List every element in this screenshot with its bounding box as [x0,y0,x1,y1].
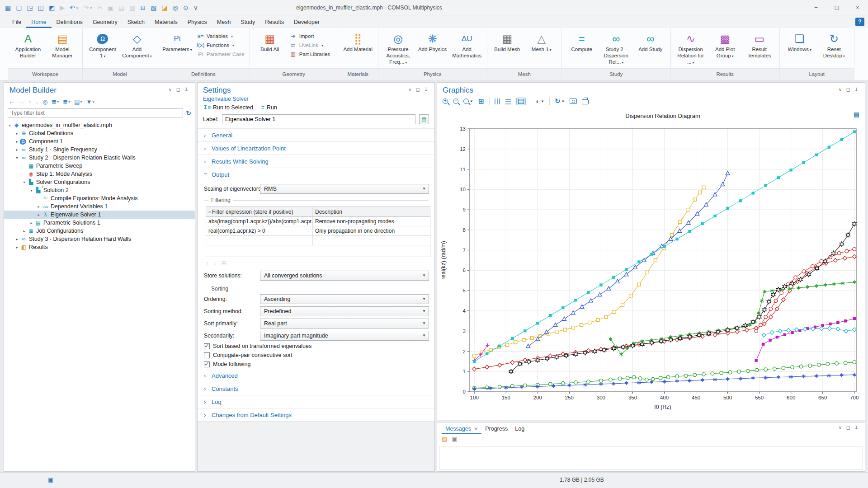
expander-closed-icon[interactable]: ▸ [36,205,42,209]
qat-new-file-button[interactable]: ▢ [14,2,24,14]
expander-open-icon[interactable]: ▾ [7,123,13,127]
ribbon-add-mathematics-button[interactable]: ΔUAdd Mathematics [450,30,484,68]
scene-light-icon[interactable]: ◐▼ [536,98,544,105]
settings-collapse-icon[interactable]: ∨ [408,87,412,92]
x-axis-grid-icon[interactable] [495,99,500,104]
menu-tab-study[interactable]: Study [236,17,260,28]
messages-tab-log[interactable]: Log [511,424,528,434]
tree-item-study-2-dispersion-relation-elastic-walls[interactable]: ▾∞Study 2 - Dispersion Relation Elastic … [4,154,195,162]
tree-item-global-definitions[interactable]: ▸⊕Global Definitions [4,129,195,137]
qat-paste-button[interactable]: ▤ [116,2,127,14]
qat-run-button[interactable]: ▶ [57,2,67,14]
ribbon-component-1-button[interactable]: ΩComponent 1▾ [86,30,119,68]
qat-redo-button[interactable]: ↷∨ [81,2,95,14]
ribbon-build-all-button[interactable]: ▦Build All [253,30,287,68]
ribbon-livelink-button[interactable]: ⇄LiveLink▾ [288,42,335,49]
description-cell[interactable]: Remove non-propagating modes [313,218,430,225]
zoom-extents-icon[interactable]: ⊞ [478,97,484,105]
tree-toolbar-collapse-all-icon[interactable]: ≣▾ [52,99,59,105]
checkbox-checked-icon[interactable] [204,361,210,367]
secondarily-dropdown[interactable]: Imaginary part magnitude ▼ [260,331,429,341]
tree-toolbar-move-down-icon[interactable]: ↓ [36,99,39,105]
qat-cut-button[interactable]: ✂ [95,2,105,14]
maximize-button[interactable]: ◻ [826,0,847,15]
qat-app-logo-button[interactable]: ▦ [3,2,13,14]
ribbon-windows-button[interactable]: ❏Windows▾ [783,30,816,68]
menu-tab-developer[interactable]: Developer [289,17,325,28]
qat-duplicate-button[interactable]: ▥ [127,2,137,14]
messages-pin-icon[interactable]: ↧ [854,425,859,430]
tree-item-job-configurations[interactable]: ▸≣Job Configurations [4,227,195,235]
section-log[interactable]: › Log [198,395,434,408]
settings-pin-icon[interactable]: ↧ [424,87,428,92]
section-results-while-solving[interactable]: › Results While Solving [198,155,434,168]
tree-toolbar-move-up-icon[interactable]: ↑ [28,99,32,105]
plot-settings-icon[interactable]: ▤ [854,111,859,118]
ribbon-mesh-1-button[interactable]: △Mesh 1▾ [525,30,558,68]
qat-select-box-button[interactable]: ▧ [148,2,159,14]
tree-toolbar-back-icon[interactable]: ← [9,99,14,105]
qat-clear-selection-button[interactable]: ◪ [160,2,170,14]
copy-log-icon[interactable]: ▣ [452,436,457,442]
sorting-method-dropdown[interactable]: Predefined ▼ [260,306,429,316]
ribbon-build-mesh-button[interactable]: ▦Build Mesh [491,30,524,68]
messages-float-icon[interactable]: ◻ [846,425,850,430]
expander-closed-icon[interactable]: ▸ [28,221,34,225]
clear-log-icon[interactable]: ▨ [442,436,447,442]
graphics-collapse-icon[interactable]: ∨ [839,87,842,92]
move-row-up-icon[interactable]: ↑ [206,260,209,267]
menu-tab-mesh[interactable]: Mesh [212,17,236,28]
menu-tab-geometry[interactable]: Geometry [88,17,123,28]
zoom-box-icon[interactable]: ▼ [463,99,473,104]
expander-open-icon[interactable]: ▾ [28,188,34,192]
expander-open-icon[interactable]: ▾ [14,156,20,160]
tree-toolbar-node-text-icon[interactable]: ▤▾ [74,99,82,105]
y-axis-grid-icon[interactable] [505,99,511,104]
ribbon-application-builder-button[interactable]: AApplication Builder [11,30,45,68]
delete-row-icon[interactable]: ⊟ [222,260,226,267]
tree-item-step-1-mode-analysis[interactable]: ◉Step 1: Mode Analysis [4,170,195,178]
qat-undo-button[interactable]: ↶∨ [67,2,81,14]
label-input[interactable] [222,114,415,124]
tree-filter-input[interactable] [8,108,183,117]
ribbon-add-material-button[interactable]: ⣿Add Material [341,30,375,68]
tree-item-eigenvalue-solver-1[interactable]: ▸λEigenvalue Solver 1 [4,211,195,219]
expander-closed-icon[interactable]: ▸ [21,229,27,233]
ribbon-pressure-acoustics-freq-button[interactable]: ◎Pressure Acoustics, Freq...▾ [382,30,415,68]
description-cell[interactable]: Only propagation in one direction [313,228,430,234]
graphics-pin-icon[interactable]: ↧ [854,87,859,92]
model-builder-float-icon[interactable]: ◻ [176,87,180,92]
section-general[interactable]: › General [198,128,434,141]
section-advanced[interactable]: › Advanced [198,369,434,382]
messages-tab-messages[interactable]: Messages✕ [442,424,481,434]
expander-closed-icon[interactable]: ▸ [14,148,20,152]
help-icon[interactable]: ? [855,18,864,26]
ribbon-variables-button[interactable]: a=Variables▾ [195,33,246,40]
qat-save-as-button[interactable]: ◩ [47,2,57,14]
run-button[interactable]: = Run [261,104,277,111]
messages-console[interactable] [439,446,863,469]
checkbox-unchecked-icon[interactable] [204,352,210,358]
ordering-dropdown[interactable]: Ascending ▼ [260,294,429,304]
menu-tab-home[interactable]: Home [26,17,51,28]
ribbon-parameters-button[interactable]: PiParameters▾ [160,30,194,68]
ribbon-result-templates-button[interactable]: ▭Result Templates [743,30,776,68]
ribbon-add-component-button[interactable]: ◇Add Component▾ [120,30,154,68]
ribbon-study-2-dispersion-rel-button[interactable]: ∞Study 2 - Dispersion Rel...▾ [599,30,633,68]
ribbon-add-physics-button[interactable]: ❋Add Physics [416,30,449,68]
section-changes-from-default-settings[interactable]: › Changes from Default Settings [198,408,434,421]
section-values-of-linearization-point[interactable]: › Values of Linearization Point [198,141,434,155]
settings-float-icon[interactable]: ◻ [416,87,420,92]
tree-item-solution-2[interactable]: ▾▙*Solution 2 [4,186,195,194]
tree-item-parametric-sweep[interactable]: ▦Parametric Sweep [4,162,195,170]
menu-tab-physics[interactable]: Physics [183,17,212,28]
expander-closed-icon[interactable]: ▸ [14,245,20,249]
sort-primarily-dropdown[interactable]: Real part ▼ [260,319,429,328]
tree-toolbar-forward-icon[interactable]: → [19,99,24,105]
qat-customize-toolbar-button[interactable]: ∨ [191,2,200,14]
refresh-plot-icon[interactable]: ↻▼ [555,97,565,105]
scaling-of-eigenvectors-dropdown[interactable]: RMS ▼ [260,184,429,194]
expander-closed-icon[interactable]: ▸ [14,131,20,136]
ribbon-part-libraries-button[interactable]: ▥Part Libraries [288,51,335,58]
move-row-down-icon[interactable]: ↓ [214,260,217,267]
